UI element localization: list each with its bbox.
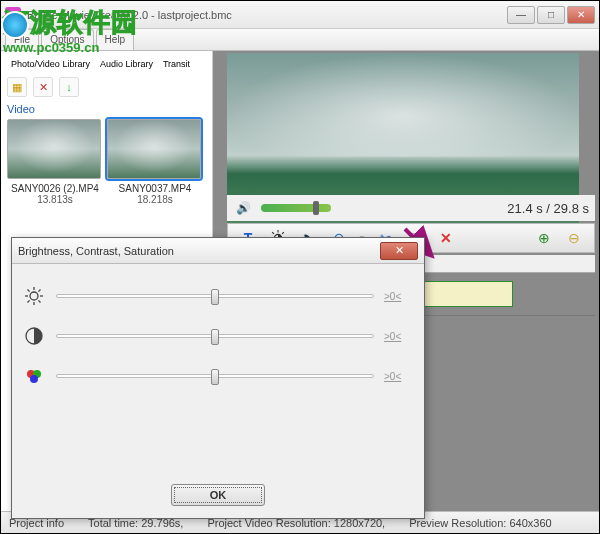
library-tab-transitions[interactable]: Transit: [159, 57, 194, 71]
thumb-duration: 18.218s: [107, 194, 203, 205]
media-thumb[interactable]: SANY0026 (2).MP4 13.813s ✔: [7, 119, 103, 205]
thumb-image: [7, 119, 101, 179]
brightness-reset[interactable]: >0<: [384, 291, 414, 302]
tab-file[interactable]: File: [5, 29, 39, 50]
app-icon: m: [5, 7, 21, 23]
library-section-label: Video: [7, 103, 206, 115]
window-titlebar: m Bolide Movie Creator 2.0 - lastproject…: [1, 1, 599, 29]
svg-point-10: [30, 292, 38, 300]
brightness-icon: [22, 284, 46, 308]
minimize-button[interactable]: —: [507, 6, 535, 24]
contrast-reset[interactable]: >0<: [384, 331, 414, 342]
slider-thumb[interactable]: [211, 289, 219, 305]
tab-options[interactable]: Options: [41, 29, 93, 50]
library-tab-audio[interactable]: Audio Library: [96, 57, 157, 71]
thumb-duration: 13.813s: [7, 194, 103, 205]
svg-line-15: [28, 290, 30, 292]
zoom-out-button[interactable]: ⊖: [564, 228, 584, 248]
contrast-icon: [22, 324, 46, 348]
ok-button[interactable]: OK: [171, 484, 265, 506]
remove-media-button[interactable]: ✕: [33, 77, 53, 97]
zoom-in-button[interactable]: ⊕: [534, 228, 554, 248]
library-tab-photovideo[interactable]: Photo/Video Library: [7, 57, 94, 71]
volume-slider[interactable]: [261, 204, 331, 212]
close-button[interactable]: ✕: [567, 6, 595, 24]
contrast-slider[interactable]: [56, 334, 374, 338]
playback-controls: 🔊 21.4 s / 29.8 s: [227, 195, 595, 221]
media-thumb[interactable]: SANY0037.MP4 18.218s ✔: [107, 119, 203, 205]
tab-help[interactable]: Help: [96, 29, 135, 50]
brightness-dialog: Brightness, Contrast, Saturation ✕ >0< >…: [11, 237, 425, 519]
menubar: File Options Help: [1, 29, 599, 51]
maximize-button[interactable]: □: [537, 6, 565, 24]
svg-point-22: [30, 375, 38, 383]
window-title: Bolide Movie Creator 2.0 - lastproject.b…: [27, 9, 507, 21]
add-media-button[interactable]: ▦: [7, 77, 27, 97]
time-display: 21.4 s / 29.8 s: [507, 201, 589, 216]
volume-icon[interactable]: 🔊: [233, 198, 253, 218]
thumb-name: SANY0026 (2).MP4: [7, 183, 103, 194]
brightness-slider[interactable]: [56, 294, 374, 298]
status-preview-res: Preview Resolution: 640x360: [409, 517, 551, 529]
dialog-close-button[interactable]: ✕: [380, 242, 418, 260]
thumb-name: SANY0037.MP4: [107, 183, 203, 194]
svg-line-16: [38, 300, 40, 302]
saturation-slider[interactable]: [56, 374, 374, 378]
saturation-icon: [22, 364, 46, 388]
dialog-title: Brightness, Contrast, Saturation: [18, 245, 174, 257]
saturation-reset[interactable]: >0<: [384, 371, 414, 382]
svg-line-17: [28, 300, 30, 302]
slider-thumb[interactable]: [211, 369, 219, 385]
delete-button[interactable]: ✕: [436, 228, 456, 248]
svg-line-8: [282, 232, 284, 234]
slider-thumb[interactable]: [211, 329, 219, 345]
dialog-titlebar[interactable]: Brightness, Contrast, Saturation ✕: [12, 238, 424, 264]
add-to-timeline-button[interactable]: ↓: [59, 77, 79, 97]
svg-line-18: [38, 290, 40, 292]
svg-line-5: [272, 232, 274, 234]
thumb-image: [107, 119, 201, 179]
